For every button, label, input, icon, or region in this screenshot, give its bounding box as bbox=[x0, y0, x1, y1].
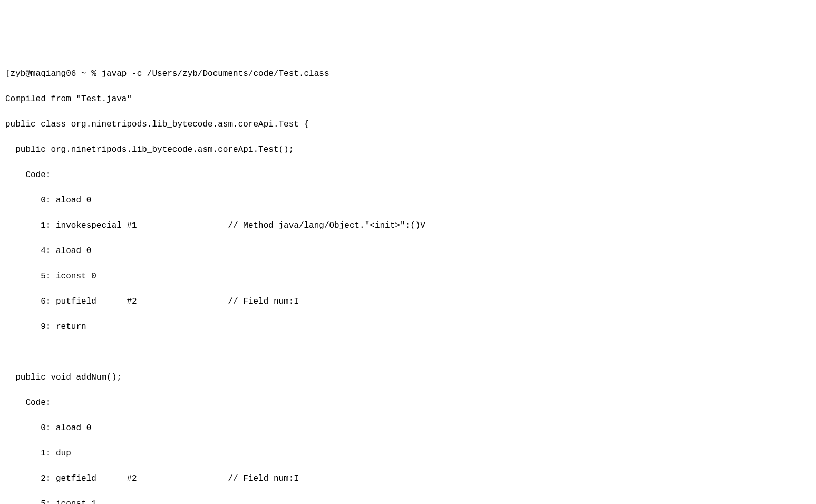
bytecode-instruction: 5: iconst_1 bbox=[5, 498, 811, 504]
prompt-line: [zyb@maqiang06 ~ % javap -c /Users/zyb/D… bbox=[5, 67, 811, 80]
bytecode-instruction: 0: aload_0 bbox=[5, 422, 811, 434]
compiled-from-line: Compiled from "Test.java" bbox=[5, 93, 811, 105]
bytecode-instruction: 1: dup bbox=[5, 447, 811, 460]
bytecode-instruction: 0: aload_0 bbox=[5, 194, 811, 207]
constructor-signature: public org.ninetripods.lib_bytecode.asm.… bbox=[5, 143, 811, 156]
bytecode-instruction: 1: invokespecial #1 // Method java/lang/… bbox=[5, 219, 811, 232]
code-label: Code: bbox=[5, 169, 811, 181]
class-declaration: public class org.ninetripods.lib_bytecod… bbox=[5, 118, 811, 131]
javap-output: [zyb@maqiang06 ~ % javap -c /Users/zyb/D… bbox=[5, 55, 811, 504]
addnum-signature: public void addNum(); bbox=[5, 371, 811, 384]
bytecode-instruction: 4: aload_0 bbox=[5, 245, 811, 257]
blank-line bbox=[5, 346, 811, 358]
bytecode-instruction: 9: return bbox=[5, 321, 811, 333]
code-label: Code: bbox=[5, 396, 811, 409]
bytecode-instruction: 5: iconst_0 bbox=[5, 270, 811, 283]
bytecode-instruction: 2: getfield #2 // Field num:I bbox=[5, 472, 811, 485]
bytecode-instruction: 6: putfield #2 // Field num:I bbox=[5, 295, 811, 308]
